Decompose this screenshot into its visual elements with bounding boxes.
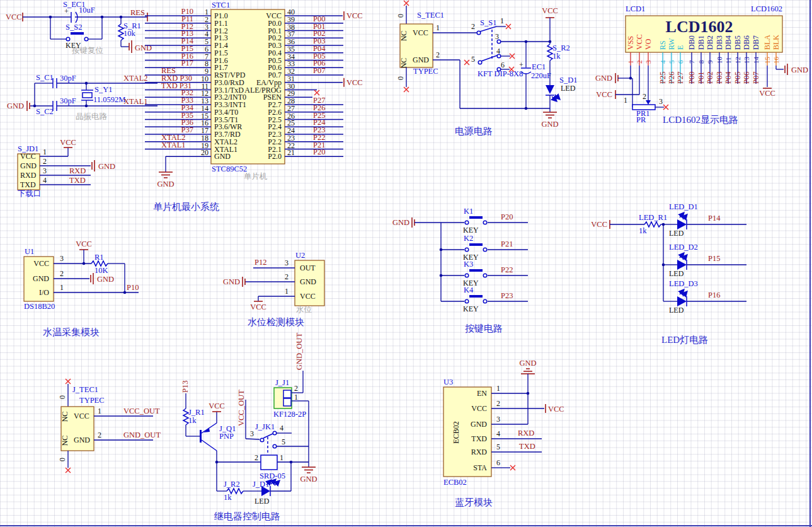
typec-refdes: S_TEC1 (417, 11, 444, 20)
jr1-refdes: J_R1 (188, 408, 205, 417)
lcd-pin-14[interactable]: DB714P07 (752, 35, 760, 84)
led-refdes: S_D1 (559, 76, 577, 84)
u1-pin-gnd: GND (33, 274, 49, 283)
svg-text:DB7: DB7 (752, 35, 760, 50)
ledr1-refdes: LED_R1 (639, 213, 667, 222)
jjk1-pin4: 4 (280, 424, 283, 432)
r1-value: 10K (94, 266, 108, 275)
jjk1-pin3: 3 (250, 429, 254, 438)
svg-text:VCC: VCC (635, 34, 644, 50)
svg-text:P07: P07 (313, 66, 325, 75)
jjk1-pin5: 5 (282, 437, 285, 446)
relay-circuit[interactable]: P13 J_R1 1k VCC J_Q1 PNP VCC_OUT J_JK1 3… (181, 333, 317, 521)
jjk1-refdes: J_JK1 (255, 422, 275, 431)
lcd-pin-15[interactable]: BLA15 (763, 35, 772, 87)
coil-pin2: 2 (254, 453, 258, 462)
vcc-port-label: VCC (250, 303, 266, 311)
svg-text:P07: P07 (752, 72, 760, 84)
typec-pin0-top: 0 (396, 14, 405, 18)
key-K4[interactable]: K4KEYP23 (441, 286, 528, 313)
sw-pin6: 6 (501, 61, 505, 69)
gnd-port-label: GND (223, 277, 240, 286)
jtec-nc2: NC (60, 436, 69, 446)
svg-text:15: 15 (763, 57, 771, 64)
svg-text:1: 1 (43, 148, 47, 156)
sw-pin1: 1 (500, 16, 504, 25)
svg-text:P20: P20 (313, 148, 325, 156)
crystal-circuit[interactable]: S_C1 30pF XTAL2 S_Y1 11.0592M GND S_C2 3… (7, 73, 157, 121)
lcd-pin-4[interactable]: RS4P25 (658, 40, 667, 84)
resistor-value: 1k (552, 52, 561, 61)
lcd-pin-1[interactable]: VSS1 (626, 36, 635, 78)
download-port[interactable]: S_JD1 1VCC2GND3RXD4TXD VCC GND RXD TXD 下… (18, 138, 115, 198)
led-LED_D2[interactable]: LED_D2LEDP15 (663, 243, 746, 278)
cap-refdes: EC1 (532, 62, 546, 71)
svg-text:VCC: VCC (346, 11, 363, 20)
svg-text:P2.0: P2.0 (268, 152, 282, 161)
resistor-value: 10k (123, 29, 136, 38)
svg-text:VCC: VCC (20, 152, 36, 161)
crystal-caption: 晶振电路 (76, 112, 108, 121)
lcd-pin-9[interactable]: DB29P02 (706, 35, 714, 84)
lcd-pin-2[interactable]: VCC2 (635, 34, 644, 95)
svg-text:P03: P03 (715, 72, 724, 84)
svg-text:P00: P00 (687, 72, 696, 84)
u3-inner-part: ECB02 (452, 421, 460, 443)
mcu-block[interactable]: STC1 1P1.0P102P1.1P113P1.2P124P1.3P135P1… (145, 1, 363, 212)
svg-text:LED: LED (669, 269, 684, 278)
lcd-pin-3[interactable]: VO3 (644, 38, 653, 100)
svg-text:6: 6 (677, 60, 684, 64)
crystal-refdes: S_Y1 (94, 85, 112, 94)
key-circuit[interactable]: GND K1KEYP20K2KEYP21K3KEYP22K4KEYP23 按键电… (392, 207, 528, 333)
lcd-pin-5[interactable]: RW5P26 (667, 38, 676, 84)
key-K1[interactable]: K1KEYP20 (441, 207, 528, 235)
lcd-pin-8[interactable]: DB18P01 (697, 35, 706, 84)
reset-caption: 按键复位 (72, 46, 104, 55)
jtec-connector[interactable]: 0 J_TEC1 TYPEC NC NC VCC GND 1 VCC_OUT 2… (58, 379, 161, 473)
lcd-block[interactable]: LCD1 LCD1602 LCD1602 VSS1VCC2VO3RS4P25RW… (595, 4, 808, 125)
lcd-pin-12[interactable]: DB512P05 (733, 35, 742, 84)
lcd-pin-7[interactable]: DB07P00 (687, 35, 696, 84)
keys-section-title: 按键电路 (465, 323, 503, 333)
u2-part: 水位 (296, 305, 312, 314)
power-circuit[interactable]: 0 S_TEC1 NC NC VCC GND 1 2 TYPEC 0 S_S1 … (396, 1, 577, 136)
bt-pin-1[interactable]: 1EN (477, 384, 528, 398)
pot-pin1: 1 (624, 96, 627, 105)
reset-circuit[interactable]: VCC S_EC1 + 10uF RES S_S2 KEY S_R1 10k G… (6, 0, 152, 55)
txd-net: TXD (519, 442, 535, 451)
lcd-pin-10[interactable]: DB310P03 (715, 35, 724, 84)
waterlevel-module[interactable]: U2 OUT GND VCC 3 P12 2 GND 1 VCC 水位 水位检测… (223, 251, 324, 327)
led-LED_D1[interactable]: LED_D1LEDP14 (663, 202, 746, 238)
download-caption: 下载口 (18, 189, 42, 198)
watertemp-module[interactable]: U1 VCC GND I/O 3 2 1 VCC R1 10K P10 GND … (24, 240, 139, 337)
gnd-port-label: GND (98, 162, 115, 171)
bluetooth-module[interactable]: GND U3 ECB02 1EN2VCC3GND4TXD5RXD6STA VCC… (443, 359, 564, 507)
u3-refdes: U3 (443, 378, 453, 386)
mcu-part: STC89C52 (212, 165, 247, 173)
lcd-pin-11[interactable]: DB411P04 (724, 35, 733, 84)
jtec-pin2-num: 2 (98, 431, 101, 439)
led-LED_D3[interactable]: LED_D3LEDP16 (663, 279, 746, 315)
key-K3[interactable]: K3KEYP22 (441, 260, 528, 287)
u1-pin-io: I/O (39, 288, 49, 297)
jq1-part: PNP (219, 432, 234, 441)
u2-refdes: U2 (295, 251, 305, 260)
u1-refdes: U1 (25, 247, 34, 256)
gnd-port-label: GND (97, 275, 114, 284)
rxd-net: RXD (69, 166, 86, 175)
vccout-net: VCC_OUT (123, 407, 160, 415)
svg-text:1: 1 (496, 384, 500, 393)
cap-value: 10uF (79, 6, 95, 14)
svg-text:LED_D2: LED_D2 (669, 243, 698, 252)
svg-text:P22: P22 (501, 265, 513, 274)
lcd-pin-13[interactable]: DB613P06 (742, 35, 751, 84)
svg-text:9: 9 (706, 60, 714, 64)
svg-text:10: 10 (716, 57, 723, 64)
led-circuit[interactable]: VCC LED_R1 1k LED_D1LEDP14LED_D2LEDP15LE… (591, 202, 746, 345)
key-K2[interactable]: K2KEYP21 (441, 234, 528, 262)
lcd-title: LCD1602 (666, 18, 733, 36)
svg-text:K1: K1 (464, 207, 473, 216)
switch-refdes: S_S1 (480, 18, 496, 27)
svg-text:6: 6 (496, 458, 500, 467)
svg-text:EN: EN (477, 389, 487, 398)
